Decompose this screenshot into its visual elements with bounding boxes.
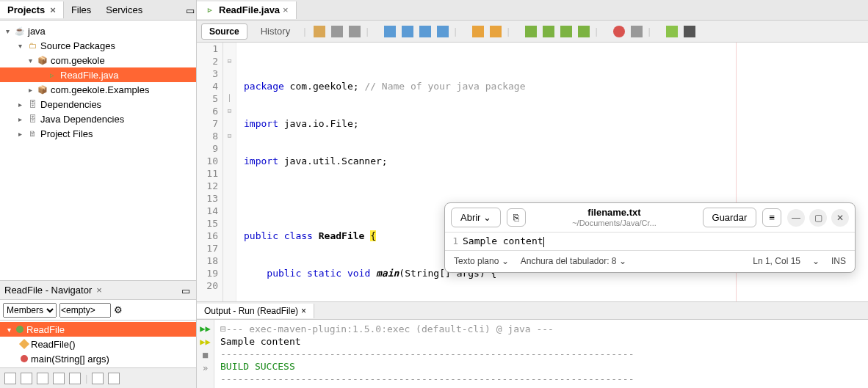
toolbar-icon[interactable] [472, 26, 484, 37]
filter-icon[interactable] [37, 373, 48, 384]
insert-mode[interactable]: INS [831, 256, 846, 266]
nav-constructor[interactable]: ReadFile() [0, 337, 196, 351]
tree-source-packages[interactable]: ▾🗀Source Packages [0, 38, 196, 53]
package-icon: 📦 [37, 54, 48, 66]
nav-class-readfile[interactable]: ▾ReadFile [0, 322, 196, 337]
output-text[interactable]: ⊟--- exec-maven-plugin:1.5.0:exec (defau… [214, 320, 868, 388]
tree-project-files[interactable]: ▸🗎Project Files [0, 126, 196, 141]
filter-icon[interactable] [53, 373, 65, 384]
filter-icon[interactable] [69, 373, 81, 384]
tab-label: Output - Run (ReadFile) [204, 306, 298, 316]
close-icon[interactable]: × [283, 4, 289, 15]
status-bar: Texto plano ⌄ Anchura del tabulador: 8 ⌄… [445, 250, 855, 272]
package-icon: 🗀 [26, 40, 38, 51]
filter-icon[interactable]: ⚙ [114, 304, 123, 315]
tab-width-dropdown[interactable]: Anchura del tabulador: 8 ⌄ [521, 256, 626, 266]
toolbar-icon[interactable] [331, 26, 343, 37]
tree-label: Java Dependencies [40, 114, 124, 125]
tab-projects[interactable]: Projects× [0, 1, 64, 18]
bottom-icon-bar: | [0, 367, 196, 388]
toolbar-icon[interactable] [560, 26, 572, 37]
filter-icon[interactable] [4, 373, 16, 384]
toolbar-icon[interactable] [402, 26, 413, 37]
libs-icon: 🗄 [26, 113, 38, 125]
tree-root-java[interactable]: ▾☕java [0, 23, 196, 38]
toolbar-icon[interactable] [314, 26, 325, 37]
close-icon[interactable]: × [96, 285, 102, 296]
tab-label: ReadFile.java [219, 4, 280, 15]
tree-label: Source Packages [40, 40, 115, 51]
navigator-title: ReadFile - Navigator [4, 285, 92, 296]
tab-label: Services [106, 4, 142, 15]
class-icon [16, 326, 23, 333]
toolbar-icon[interactable] [578, 26, 590, 37]
toolbar-icon[interactable] [684, 26, 695, 37]
toolbar-icon[interactable] [490, 26, 502, 37]
toolbar-icon[interactable] [419, 26, 431, 37]
libs-icon: 🗄 [26, 98, 38, 110]
output-icons: ▶▶ ▶▶ ■ » [197, 320, 214, 388]
save-button[interactable]: Guardar [703, 208, 757, 227]
tree-label: com.geekole.Examples [51, 84, 149, 95]
minimize-icon[interactable]: ▭ [186, 5, 196, 15]
text-editor-window: Abrir ⌄ ⎘ filename.txt ~/Documents/Java/… [444, 202, 856, 273]
toolbar-icon[interactable] [666, 26, 678, 37]
open-button[interactable]: Abrir ⌄ [451, 208, 501, 227]
filter-icon[interactable] [21, 373, 32, 384]
run-icon[interactable]: ▶▶ [198, 323, 212, 336]
minimize-icon[interactable]: — [787, 209, 805, 227]
history-button[interactable]: History [255, 23, 296, 39]
project-tree: ▾☕java ▾🗀Source Packages ▾📦com.geekole ▹… [0, 21, 196, 280]
nav-method-main[interactable]: main(String[] args) [0, 351, 196, 366]
line-number: 1 [445, 235, 463, 247]
close-icon[interactable]: × [301, 306, 306, 316]
fold-gutter: ⊟│⊟⊟ [223, 43, 236, 301]
tab-files[interactable]: Files [64, 1, 98, 18]
new-tab-button[interactable]: ⎘ [507, 208, 526, 227]
filter-icon[interactable] [108, 373, 120, 384]
nav-label: ReadFile() [31, 339, 76, 350]
chevron-down-icon[interactable]: ⌄ [812, 256, 820, 266]
maximize-icon[interactable]: ▢ [809, 209, 827, 227]
stop-icon[interactable]: ■ [198, 349, 212, 362]
syntax-dropdown[interactable]: Texto plano ⌄ [454, 256, 509, 266]
toolbar-icon[interactable] [613, 26, 625, 37]
toolbar-icon[interactable] [437, 26, 449, 37]
toolbar-icon[interactable] [349, 26, 361, 37]
more-icon[interactable]: » [198, 362, 212, 376]
java-file-icon: ▹ [204, 4, 216, 16]
minimize-icon[interactable]: ▭ [181, 285, 192, 296]
files-icon: 🗎 [26, 128, 38, 139]
window-title: filename.txt ~/Documents/Java/Cr... [532, 207, 696, 228]
toolbar-icon[interactable] [525, 26, 537, 37]
tree-file-readfile[interactable]: ▹ReadFile.java [0, 67, 196, 82]
tree-label: java [28, 26, 46, 37]
output-tab[interactable]: Output - Run (ReadFile)× [197, 304, 314, 318]
run-icon[interactable]: ▶▶ [198, 336, 212, 349]
method-icon [21, 355, 28, 362]
tree-java-dependencies[interactable]: ▸🗄Java Dependencies [0, 111, 196, 126]
caret [543, 237, 544, 247]
tree-dependencies[interactable]: ▸🗄Dependencies [0, 97, 196, 111]
toolbar-icon[interactable] [631, 26, 643, 37]
close-icon[interactable]: × [50, 4, 56, 15]
tab-label: Projects [7, 4, 45, 15]
source-button[interactable]: Source [201, 23, 247, 40]
tree-label: com.geekole [51, 55, 105, 66]
constructor-icon [19, 339, 29, 349]
tab-label: Files [71, 4, 91, 15]
editor-tab-readfile[interactable]: ▹ ReadFile.java × [197, 1, 297, 19]
left-tabs: Projects× Files Services ▭ [0, 0, 196, 21]
tree-pkg-examples[interactable]: ▸📦com.geekole.Examples [0, 82, 196, 97]
editor-toolbar: Source History | | | | | [197, 21, 868, 43]
menu-button[interactable]: ≡ [762, 208, 781, 227]
tab-services[interactable]: Services [98, 1, 150, 18]
toolbar-icon[interactable] [384, 26, 396, 37]
text-content[interactable]: 1 Sample content [445, 233, 855, 250]
members-dropdown[interactable]: Members [3, 303, 57, 318]
filter-input[interactable] [59, 303, 111, 318]
tree-pkg-geekole[interactable]: ▾📦com.geekole [0, 53, 196, 67]
close-icon[interactable]: ✕ [831, 209, 849, 227]
filter-icon[interactable] [92, 373, 104, 384]
toolbar-icon[interactable] [543, 26, 554, 37]
